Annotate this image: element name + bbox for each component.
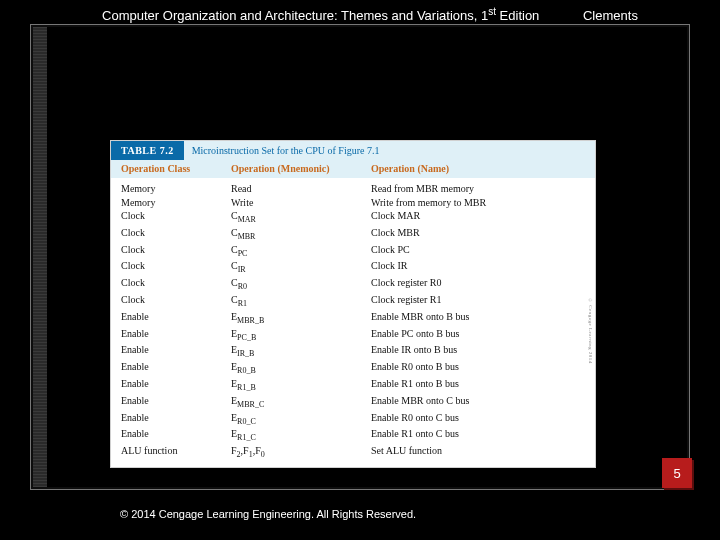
cell-class: Enable xyxy=(121,327,231,344)
cell-mnemonic: CMAR xyxy=(231,209,371,226)
copyright-footer: © 2014 Cengage Learning Engineering. All… xyxy=(120,508,416,520)
cell-mnemonic: EPC_B xyxy=(231,327,371,344)
cell-mnemonic: CR1 xyxy=(231,293,371,310)
table-row: MemoryReadRead from MBR memory xyxy=(121,182,585,196)
cell-mnemonic: F2,F1,F0 xyxy=(231,444,371,461)
cell-name: Enable R0 onto C bus xyxy=(371,411,585,428)
cell-class: Enable xyxy=(121,343,231,360)
cell-mnemonic: ER0_B xyxy=(231,360,371,377)
cell-class: Enable xyxy=(121,310,231,327)
cell-class: Clock xyxy=(121,293,231,310)
table-row: EnableER1_BEnable R1 onto B bus xyxy=(121,377,585,394)
table-row: EnableER0_BEnable R0 onto B bus xyxy=(121,360,585,377)
cell-name: Set ALU function xyxy=(371,444,585,461)
table-row: ALU functionF2,F1,F0Set ALU function xyxy=(121,444,585,461)
cell-name: Enable MBR onto B bus xyxy=(371,310,585,327)
book-title-right: Edition xyxy=(496,8,539,23)
cell-class: Clock xyxy=(121,209,231,226)
table-row: ClockCR1Clock register R1 xyxy=(121,293,585,310)
table-caption: Microinstruction Set for the CPU of Figu… xyxy=(184,141,595,160)
table-row: EnableER1_CEnable R1 onto C bus xyxy=(121,427,585,444)
cell-class: Clock xyxy=(121,243,231,260)
cell-class: ALU function xyxy=(121,444,231,461)
table-row: ClockCMARClock MAR xyxy=(121,209,585,226)
cell-name: Enable IR onto B bus xyxy=(371,343,585,360)
cell-mnemonic: CMBR xyxy=(231,226,371,243)
cell-name: Write from memory to MBR xyxy=(371,196,585,210)
table-attribution: © Cengage Learning 2014 xyxy=(583,201,593,461)
cell-class: Enable xyxy=(121,377,231,394)
cell-mnemonic: CPC xyxy=(231,243,371,260)
table-row: MemoryWriteWrite from memory to MBR xyxy=(121,196,585,210)
slide: Computer Organization and Architecture: … xyxy=(0,0,720,540)
cell-mnemonic: EIR_B xyxy=(231,343,371,360)
cell-name: Enable PC onto B bus xyxy=(371,327,585,344)
author-name: Clements xyxy=(583,8,638,23)
cell-mnemonic: CIR xyxy=(231,259,371,276)
cell-mnemonic: ER1_B xyxy=(231,377,371,394)
cell-name: Enable MBR onto C bus xyxy=(371,394,585,411)
table-row: ClockCIRClock IR xyxy=(121,259,585,276)
book-title-left: Computer Organization and Architecture: … xyxy=(102,8,488,23)
table-number-tab: TABLE 7.2 xyxy=(111,141,184,160)
cell-name: Clock PC xyxy=(371,243,585,260)
table-7-2: TABLE 7.2 Microinstruction Set for the C… xyxy=(110,140,596,468)
cell-mnemonic: EMBR_B xyxy=(231,310,371,327)
cell-mnemonic: Write xyxy=(231,196,371,210)
cell-class: Enable xyxy=(121,394,231,411)
table-column-headers: Operation Class Operation (Mnemonic) Ope… xyxy=(111,160,595,178)
cell-name: Enable R0 onto B bus xyxy=(371,360,585,377)
cell-name: Clock register R0 xyxy=(371,276,585,293)
table-row: EnableEMBR_BEnable MBR onto B bus xyxy=(121,310,585,327)
cell-mnemonic: ER1_C xyxy=(231,427,371,444)
table-row: ClockCR0Clock register R0 xyxy=(121,276,585,293)
cell-name: Clock MBR xyxy=(371,226,585,243)
cell-mnemonic: ER0_C xyxy=(231,411,371,428)
page-number: 5 xyxy=(673,466,680,481)
decorative-left-stripe xyxy=(33,27,47,487)
cell-name: Clock register R1 xyxy=(371,293,585,310)
col-header-name: Operation (Name) xyxy=(371,163,585,174)
cell-class: Memory xyxy=(121,182,231,196)
page-number-badge: 5 xyxy=(662,458,692,488)
cell-mnemonic: Read xyxy=(231,182,371,196)
table-row: ClockCPCClock PC xyxy=(121,243,585,260)
table-body: MemoryReadRead from MBR memoryMemoryWrit… xyxy=(111,178,595,467)
cell-name: Enable R1 onto B bus xyxy=(371,377,585,394)
slide-header: Computer Organization and Architecture: … xyxy=(60,6,680,23)
table-title-row: TABLE 7.2 Microinstruction Set for the C… xyxy=(111,141,595,160)
table-row: EnableEPC_BEnable PC onto B bus xyxy=(121,327,585,344)
cell-mnemonic: CR0 xyxy=(231,276,371,293)
cell-name: Enable R1 onto C bus xyxy=(371,427,585,444)
cell-name: Clock MAR xyxy=(371,209,585,226)
table-row: EnableER0_CEnable R0 onto C bus xyxy=(121,411,585,428)
cell-name: Read from MBR memory xyxy=(371,182,585,196)
edition-ordinal: st xyxy=(488,6,496,17)
table-row: EnableEIR_BEnable IR onto B bus xyxy=(121,343,585,360)
cell-class: Clock xyxy=(121,259,231,276)
table-row: EnableEMBR_CEnable MBR onto C bus xyxy=(121,394,585,411)
cell-class: Enable xyxy=(121,411,231,428)
cell-class: Memory xyxy=(121,196,231,210)
col-header-class: Operation Class xyxy=(121,163,231,174)
cell-name: Clock IR xyxy=(371,259,585,276)
cell-class: Enable xyxy=(121,360,231,377)
cell-class: Clock xyxy=(121,226,231,243)
cell-class: Enable xyxy=(121,427,231,444)
table-row: ClockCMBRClock MBR xyxy=(121,226,585,243)
cell-class: Clock xyxy=(121,276,231,293)
cell-mnemonic: EMBR_C xyxy=(231,394,371,411)
col-header-mnemonic: Operation (Mnemonic) xyxy=(231,163,371,174)
